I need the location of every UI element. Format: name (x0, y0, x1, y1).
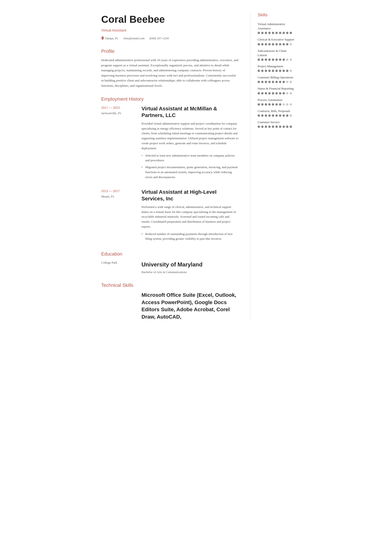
technical-skills-heading: Technical Skills (101, 282, 238, 289)
skill-dot-3-8 (286, 70, 288, 72)
profile-heading: Profile (101, 48, 238, 55)
skill-item-1: Clerical & Executive Support (258, 37, 295, 45)
technical-skills-section: Technical Skills Microsoft Office Suite … (101, 282, 238, 321)
skill-dot-5-5 (275, 92, 278, 95)
skill-dot-4-6 (279, 81, 281, 83)
location-icon (101, 36, 104, 40)
skill-name-6: Process Automation (258, 98, 295, 102)
skill-dot-1-4 (272, 43, 274, 45)
skill-dot-2-8 (286, 58, 288, 61)
profile-text: Dedicated administrative professional wi… (101, 58, 238, 88)
header: Coral Beebee Virtual Assistant Tampa, FL… (101, 12, 238, 41)
location: Tampa, FL (101, 36, 119, 41)
edu-location: College Park (101, 260, 137, 265)
skill-dot-0-6 (279, 32, 281, 34)
skill-dot-2-9 (290, 58, 292, 61)
skill-dots-4 (258, 81, 295, 83)
skill-dot-3-0 (258, 70, 260, 72)
skill-dot-3-1 (261, 70, 264, 72)
job-1-left: 2017 — 2023 Jacksonville, FL (101, 105, 141, 182)
skill-dot-8-1 (261, 125, 264, 128)
skill-dot-4-4 (272, 81, 274, 83)
skill-dots-1 (258, 43, 295, 45)
skill-dot-3-9 (290, 70, 292, 72)
skill-dot-8-9 (290, 125, 292, 128)
skill-dot-5-2 (265, 92, 267, 95)
skill-item-8: Customer Service (258, 120, 295, 128)
skill-dot-0-3 (268, 32, 271, 34)
skill-dot-0-8 (286, 32, 288, 34)
job-1-bullet-1: Selected to train new administrative tea… (141, 153, 238, 163)
education-heading: Education (101, 250, 238, 257)
job-1-bullets: Selected to train new administrative tea… (141, 153, 238, 180)
skill-dot-7-0 (258, 114, 260, 117)
edu-degree: Bachelor of Arts in Communications (141, 270, 238, 275)
skill-dot-6-6 (279, 103, 281, 106)
skill-dots-6 (258, 103, 295, 106)
job-2-date: 2013 — 2017 (101, 189, 137, 194)
skill-dot-2-7 (282, 58, 285, 61)
resume-page: Coral Beebee Virtual Assistant Tampa, FL… (89, 0, 303, 332)
skills-heading: Skills (258, 12, 295, 18)
skill-dot-1-2 (265, 43, 267, 45)
skill-dot-6-2 (265, 103, 267, 106)
contact-info: Tampa, FL cbee@email.com (649) 107-1234 (101, 36, 238, 41)
skill-dot-5-1 (261, 92, 264, 95)
technical-skills-text: Microsoft Office Suite (Excel, Outlook, … (141, 291, 238, 321)
skill-dot-5-8 (286, 92, 288, 95)
skill-dots-8 (258, 125, 295, 128)
sidebar: Skills Virtual Administrative Assistance… (251, 12, 303, 321)
job-2-desc: Performed a wide range of clerical, admi… (141, 205, 238, 229)
skill-dots-0 (258, 32, 295, 34)
education-entry-1: College Park University of Maryland Bach… (101, 260, 238, 275)
skill-dot-7-4 (272, 114, 274, 117)
job-1-bullet-2: Migrated project documentation, quote ge… (141, 165, 238, 180)
skill-dot-2-4 (272, 58, 274, 61)
skill-dot-7-7 (282, 114, 285, 117)
skill-dot-4-0 (258, 81, 260, 83)
skill-item-6: Process Automation (258, 98, 295, 106)
skill-dot-3-2 (265, 70, 267, 72)
skill-dot-7-8 (286, 114, 288, 117)
skill-dot-1-1 (261, 43, 264, 45)
email: cbee@email.com (123, 36, 145, 41)
skill-dot-0-5 (275, 32, 278, 34)
skill-dot-2-6 (279, 58, 281, 61)
job-2-title: Virtual Assistant at High-Level Services… (141, 189, 238, 202)
skill-item-4: Customer Billing Operations (258, 75, 295, 83)
skill-item-7: Contracts, Bids, Proposals (258, 109, 295, 117)
candidate-name: Coral Beebee (101, 12, 238, 27)
skill-dot-8-0 (258, 125, 260, 128)
skill-dot-2-2 (265, 58, 267, 61)
skill-dot-6-3 (268, 103, 271, 106)
skill-dot-4-9 (290, 81, 292, 83)
job-2-bullets: Reduced number of outstanding payments t… (141, 232, 238, 242)
skill-name-3: Project Management (258, 64, 295, 69)
skill-dot-4-1 (261, 81, 264, 83)
phone: (649) 107-1234 (149, 36, 168, 41)
skill-dot-3-5 (275, 70, 278, 72)
skill-name-8: Customer Service (258, 120, 295, 124)
skill-dot-3-7 (282, 70, 285, 72)
employment-heading: Employment History (101, 96, 238, 103)
skill-dot-0-1 (261, 32, 264, 34)
skill-dot-7-5 (275, 114, 278, 117)
skill-dots-7 (258, 114, 295, 117)
skill-dot-0-7 (282, 32, 285, 34)
skill-dot-2-1 (261, 58, 264, 61)
skill-dots-5 (258, 92, 295, 95)
skill-dot-3-3 (268, 70, 271, 72)
job-entry-2: 2013 — 2017 Miami, FL Virtual Assistant … (101, 189, 238, 243)
skill-dot-1-9 (290, 43, 292, 45)
job-1-desc: Provided virtual administrative support … (141, 121, 238, 151)
skill-dot-1-7 (282, 43, 285, 45)
skill-dot-8-7 (282, 125, 285, 128)
skill-name-7: Contracts, Bids, Proposals (258, 109, 295, 113)
skill-dot-4-2 (265, 81, 267, 83)
skill-dot-6-5 (275, 103, 278, 106)
edu-school: University of Maryland (141, 260, 238, 269)
skill-dot-0-9 (290, 32, 292, 34)
skill-dot-6-7 (282, 103, 285, 106)
profile-section: Profile Dedicated administrative profess… (101, 48, 238, 88)
job-2-location: Miami, FL (101, 194, 137, 199)
